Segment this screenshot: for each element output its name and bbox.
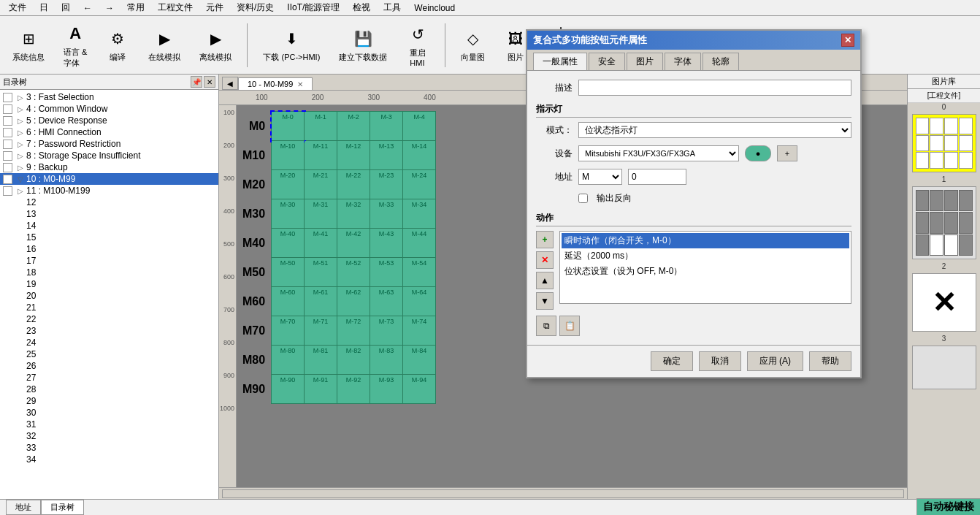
action-buttons: + ✕ ▲ ▼	[536, 231, 554, 310]
desc-label: 描述	[536, 82, 573, 94]
dialog-tab-font[interactable]: 字体	[665, 53, 701, 70]
action-move-down-button[interactable]: ▼	[536, 292, 554, 310]
reverse-label: 输出反向	[597, 192, 632, 205]
dialog-tabs: 一般属性 安全 图片 字体 轮廓	[527, 50, 860, 71]
desc-row: 描述	[536, 80, 851, 96]
mode-label: 模式：	[536, 124, 573, 137]
apply-button[interactable]: 应用 (A)	[747, 351, 803, 371]
addr-value-input[interactable]	[628, 169, 686, 185]
action-copy-button[interactable]: ⧉	[536, 316, 556, 336]
indicator-section-label: 指示灯	[536, 103, 851, 118]
action-item-3[interactable]: 位状态设置（设为 OFF, M-0）	[562, 264, 849, 279]
dialog-title: 复合式多功能按钮元件属性	[533, 34, 647, 47]
cancel-button[interactable]: 取消	[699, 351, 741, 371]
addr-label: 地址	[536, 171, 573, 183]
device-label: 设备	[536, 148, 573, 160]
device-add-button[interactable]: +	[777, 145, 797, 161]
desc-input[interactable]	[578, 80, 851, 96]
action-item-1[interactable]: 瞬时动作（闭合开关，M-0）	[562, 233, 849, 248]
addr-row: 地址 M	[536, 169, 851, 185]
dialog-tab-image[interactable]: 图片	[627, 53, 663, 70]
dialog-tab-outline[interactable]: 轮廓	[703, 53, 739, 70]
action-area: + ✕ ▲ ▼ 瞬时动作（闭合开关，M-0） 延迟（2000 ms） 位状态设置…	[536, 231, 851, 310]
mode-select[interactable]: 位状态指示灯	[578, 122, 851, 138]
dialog-body: 描述 指示灯 模式： 位状态指示灯 设备 Mitsubishi FX3U/FX3…	[527, 71, 860, 345]
dialog-overlay: 复合式多功能按钮元件属性 ✕ 一般属性 安全 图片 字体 轮廓 描述 指示灯 模…	[0, 0, 980, 515]
dialog-close-button[interactable]: ✕	[841, 34, 854, 47]
dialog-footer: 确定 取消 应用 (A) 帮助	[527, 345, 860, 377]
properties-dialog: 复合式多功能按钮元件属性 ✕ 一般属性 安全 图片 字体 轮廓 描述 指示灯 模…	[526, 29, 862, 378]
action-item-2[interactable]: 延迟（2000 ms）	[562, 248, 849, 264]
addr-reg-select[interactable]: M	[578, 169, 622, 185]
device-row: 设备 Mitsubishi FX3U/FX3G/FX3GA ● +	[536, 145, 851, 161]
reverse-row: 输出反向	[536, 192, 851, 205]
action-list-container: 瞬时动作（闭合开关，M-0） 延迟（2000 ms） 位状态设置（设为 OFF,…	[559, 231, 851, 310]
action-paste-button[interactable]: 📋	[559, 316, 580, 336]
dialog-tab-general[interactable]: 一般属性	[533, 53, 587, 70]
action-section-buttons: ⧉ 📋	[536, 316, 851, 336]
action-delete-button[interactable]: ✕	[536, 251, 554, 269]
reverse-checkbox[interactable]	[578, 194, 588, 203]
dialog-titlebar: 复合式多功能按钮元件属性 ✕	[527, 31, 860, 50]
help-button[interactable]: 帮助	[809, 351, 851, 371]
action-add-button[interactable]: +	[536, 231, 554, 248]
mode-row: 模式： 位状态指示灯	[536, 122, 851, 138]
action-move-up-button[interactable]: ▲	[536, 272, 554, 289]
device-select[interactable]: Mitsubishi FX3U/FX3G/FX3GA	[578, 145, 739, 161]
device-toggle-button[interactable]: ●	[745, 145, 771, 161]
confirm-button[interactable]: 确定	[651, 351, 693, 371]
action-list: 瞬时动作（闭合开关，M-0） 延迟（2000 ms） 位状态设置（设为 OFF,…	[559, 231, 851, 304]
dialog-tab-security[interactable]: 安全	[589, 53, 625, 70]
action-section-label: 动作	[536, 212, 851, 226]
